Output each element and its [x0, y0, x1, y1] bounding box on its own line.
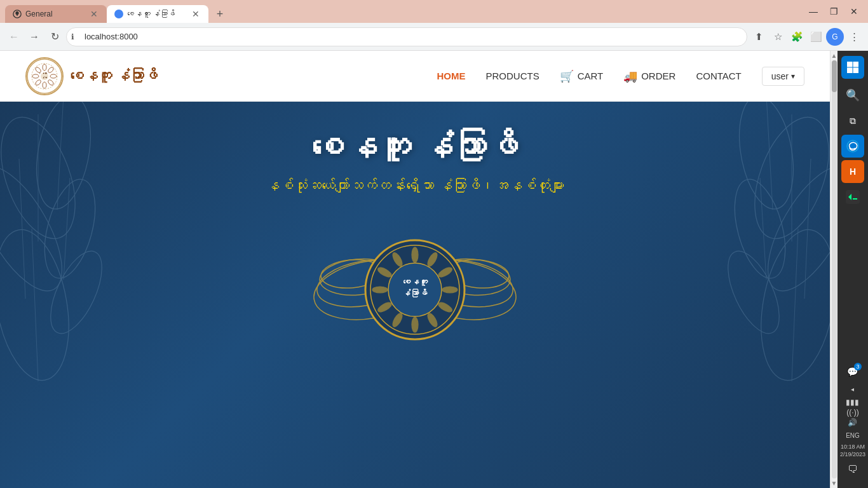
tab-general-close[interactable]: ✕ [89, 9, 99, 19]
svg-line-32 [766, 102, 773, 210]
svg-line-21 [57, 102, 64, 210]
scrollbar[interactable]: ▲ ▼ [830, 51, 837, 488]
svg-line-34 [760, 178, 766, 280]
hero-floral-right [690, 102, 830, 488]
window-controls: — ❐ ✕ [804, 3, 863, 20]
bookmark-icon[interactable]: ☆ [769, 28, 787, 46]
nav-order[interactable]: 🚚 ORDER [623, 69, 675, 83]
volume-icon: 🔊 [848, 418, 857, 427]
svg-point-19 [40, 244, 112, 341]
split-view-icon[interactable]: ⬜ [807, 28, 825, 46]
svg-point-25 [740, 107, 830, 248]
maximize-button[interactable]: ❐ [825, 3, 843, 20]
hero-emblem: စနေကူး နံသာဖြိ [307, 220, 523, 362]
tab-site[interactable]: စနေကူး နံသာဖြိ ✕ [107, 5, 208, 23]
forward-button[interactable]: → [25, 28, 43, 46]
windows-key-button[interactable] [841, 56, 864, 79]
site-favicon [114, 10, 123, 18]
profile-icon[interactable]: G [826, 28, 844, 46]
hero-banner: စနေကူး နံသာဖြိ နစ်သုံးဆယ်ကျော်သက်တန်းရှိ… [0, 102, 830, 488]
svg-rect-63 [847, 68, 853, 74]
svg-rect-61 [847, 62, 853, 67]
svg-text:စနေကူး: စနေကူး [402, 277, 428, 287]
scroll-track[interactable] [832, 60, 837, 478]
language-indicator[interactable]: ENG [844, 431, 861, 440]
site-logo[interactable]: နေကူး နံသာ စနေကူး နံသာဖြိ [25, 57, 158, 95]
nav-contact[interactable]: CONTACT [696, 71, 741, 81]
minimize-button[interactable]: — [804, 3, 822, 20]
svg-text:နံသာဖြိ: နံသာဖြိ [402, 288, 428, 298]
hero-floral-left [0, 102, 140, 488]
close-button[interactable]: ✕ [845, 3, 863, 20]
svg-point-30 [717, 244, 790, 341]
scroll-thumb[interactable] [832, 60, 837, 92]
nav-cart[interactable]: 🛒 CART [560, 69, 604, 83]
battery-icon: ▮▮▮ [846, 398, 859, 407]
user-dropdown[interactable]: user ▾ [762, 67, 804, 86]
share-icon[interactable]: ⬆ [750, 28, 768, 46]
svg-point-46 [412, 247, 418, 262]
search-taskbar-icon[interactable]: 🔍 [841, 84, 864, 107]
lock-icon: ℹ [71, 32, 74, 41]
svg-line-23 [64, 178, 70, 280]
nav-products[interactable]: PRODUCTS [485, 71, 539, 81]
nav-home[interactable]: HOME [437, 71, 465, 81]
hero-title: စနေကူး နံသာဖြိ [311, 127, 518, 165]
wifi-icon: ((·)) [846, 408, 858, 417]
svg-point-52 [412, 317, 418, 332]
refresh-button[interactable]: ↻ [46, 28, 64, 46]
svg-line-22 [19, 159, 25, 299]
svg-text:နံသာ: နံသာ [42, 76, 48, 79]
clock[interactable]: 10:18 AM 2/19/2023 [839, 442, 867, 460]
chevron-down-icon: ▾ [791, 72, 795, 81]
browser-toolbar: ← → ↻ ℹ ⬆ ☆ 🧩 ⬜ G ⋮ [0, 23, 868, 51]
notification-badge: 3 [854, 363, 862, 370]
date-display: 2/19/2023 [840, 451, 865, 459]
logo-emblem: နေကူး နံသာ [25, 57, 64, 95]
svg-point-26 [731, 102, 801, 214]
titlebar: General ✕ စနေကူး နံသာဖြိ ✕ + — ❐ ✕ [0, 0, 868, 23]
site-nav: နေကူး နံသာ စနေကူး နံသာဖြိ HOME PRODUCTS … [0, 51, 830, 102]
extensions-icon[interactable]: 🧩 [788, 28, 806, 46]
svg-point-14 [0, 107, 90, 248]
address-bar-container: ℹ [66, 27, 747, 46]
logo-text: စနေကူး နံသာဖြိ [70, 68, 158, 85]
hemingway-taskbar-icon[interactable]: H [841, 160, 864, 183]
menu-icon[interactable]: ⋮ [845, 28, 863, 46]
toolbar-icons: ⬆ ☆ 🧩 ⬜ G ⋮ [750, 28, 863, 46]
nav-links: HOME PRODUCTS 🛒 CART 🚚 ORDER CONTACT use… [437, 67, 804, 86]
action-center-button[interactable]: 🗨 [845, 461, 860, 478]
edge-taskbar-icon[interactable] [841, 135, 864, 158]
taskview-icon[interactable]: ⧉ [841, 109, 864, 132]
svg-point-15 [29, 102, 98, 214]
address-bar-input[interactable] [66, 27, 747, 46]
tab-site-label: စနေကူး နံသာဖြိ [127, 10, 175, 18]
scroll-down-arrow[interactable]: ▼ [831, 480, 837, 487]
svg-line-35 [792, 229, 798, 381]
tab-bar: General ✕ စနေကူး နံသာဖြိ ✕ + [5, 0, 229, 23]
right-taskbar: 🔍 ⧉ H 💬 [837, 51, 868, 488]
browser-body: နေကူး နံသာ စနေကူး နံသာဖြိ HOME PRODUCTS … [0, 51, 868, 488]
page-content: နေကူး နံသာ စနေကူး နံသာဖြိ HOME PRODUCTS … [0, 51, 830, 488]
svg-rect-62 [853, 62, 859, 67]
system-tray: 💬 3 ◂ ▮▮▮ ((·)) 🔊 ENG 10:18 AM 2/19/2023 [839, 360, 867, 483]
tab-general-label: General [25, 10, 53, 18]
new-tab-button[interactable]: + [211, 5, 229, 23]
hero-subtitle: နစ်သုံးဆယ်ကျော်သက်တန်းရှိသော နံသာဖြိ၊အနစ… [266, 178, 564, 194]
tab-general[interactable]: General ✕ [5, 5, 107, 23]
svg-point-49 [442, 287, 458, 293]
svg-rect-64 [853, 68, 859, 74]
user-label: user [771, 71, 789, 81]
scroll-up-arrow[interactable]: ▲ [831, 52, 837, 59]
github-icon [13, 10, 22, 18]
tab-site-close[interactable]: ✕ [191, 9, 201, 19]
notification-center-icon[interactable]: 💬 3 [841, 360, 864, 383]
expand-tray-button[interactable]: ◂ [850, 384, 855, 394]
cart-icon: 🛒 [560, 69, 574, 83]
order-icon: 🚚 [623, 69, 637, 83]
svg-line-33 [804, 159, 811, 299]
svg-line-24 [32, 229, 38, 381]
back-button[interactable]: ← [5, 28, 23, 46]
svg-rect-66 [846, 190, 860, 204]
devtools-taskbar-icon[interactable] [841, 186, 864, 208]
